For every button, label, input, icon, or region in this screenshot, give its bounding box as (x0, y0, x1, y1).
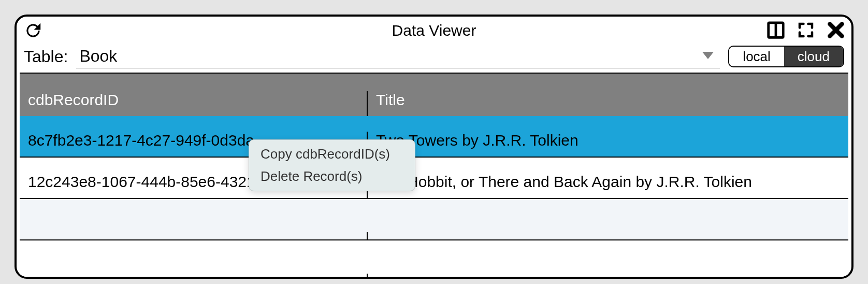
table-selector-row: Table: Book local cloud (17, 45, 851, 73)
column-header-id[interactable]: cdbRecordID (20, 91, 368, 116)
close-icon (826, 20, 846, 40)
toggle-local[interactable]: local (729, 47, 784, 66)
titlebar: Data Viewer (17, 17, 851, 45)
table-row[interactable]: 12c243e8-1067-444b-85e6-4321c230b233 The… (20, 158, 848, 199)
window-title: Data Viewer (17, 22, 851, 39)
chevron-down-icon (702, 52, 714, 61)
context-menu: Copy cdbRecordID(s) Delete Record(s) (249, 139, 415, 191)
cell-title: Two Towers by J.R.R. Tolkien (368, 132, 848, 157)
close-button[interactable] (824, 19, 847, 41)
grid-header: cdbRecordID Title (20, 74, 848, 116)
cell-id (20, 232, 368, 239)
context-copy-id[interactable]: Copy cdbRecordID(s) (249, 143, 415, 165)
fullscreen-icon (797, 21, 815, 39)
toggle-cloud[interactable]: cloud (784, 47, 843, 66)
cell-title (368, 232, 848, 239)
column-header-title[interactable]: Title (368, 91, 848, 116)
data-viewer-window: Data Viewer Table: Book (15, 15, 853, 279)
fullscreen-button[interactable] (794, 19, 817, 41)
columns-button[interactable] (764, 19, 787, 41)
table-row-empty[interactable] (20, 199, 848, 240)
cell-title: The Hobbit, or There and Back Again by J… (368, 173, 848, 198)
context-delete-record[interactable]: Delete Record(s) (249, 165, 415, 188)
refresh-button[interactable] (22, 19, 45, 42)
table-select[interactable]: Book (76, 45, 720, 68)
cell-id (20, 274, 368, 279)
data-grid: cdbRecordID Title 8c7fb2e3-1217-4c27-949… (20, 73, 848, 279)
columns-icon (766, 20, 786, 40)
storage-toggle: local cloud (728, 46, 844, 67)
table-row[interactable]: 8c7fb2e3-1217-4c27-949f-0d3da Two Towers… (20, 116, 848, 158)
cell-title (368, 274, 848, 279)
table-label: Table: (24, 47, 68, 66)
refresh-icon (23, 21, 43, 40)
table-row-empty[interactable] (20, 240, 848, 279)
table-select-value: Book (79, 47, 117, 66)
